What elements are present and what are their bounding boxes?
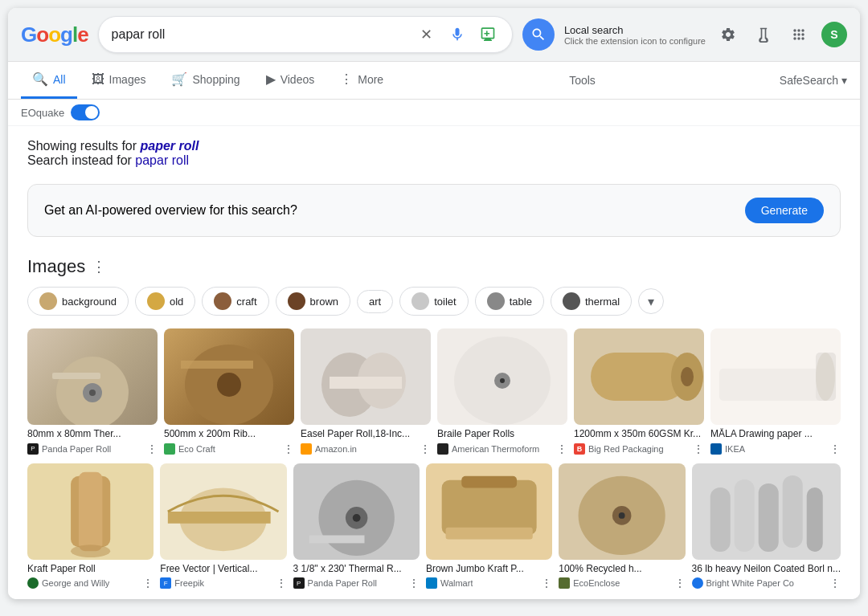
- lens-search-button[interactable]: [477, 23, 499, 46]
- image-source-11: EcoEnclose ⋮: [559, 577, 685, 589]
- source-more-2[interactable]: ⋮: [283, 443, 294, 455]
- image-thumb-5: [574, 328, 704, 425]
- source-logo-2: [164, 443, 175, 455]
- chip-toilet[interactable]: toilet: [399, 287, 468, 316]
- svg-rect-28: [442, 479, 537, 535]
- image-thumb-10: [426, 463, 552, 560]
- image-item-12[interactable]: 36 lb heavy Neilon Coated Borl n... Brig…: [692, 463, 841, 590]
- svg-point-5: [217, 373, 241, 397]
- ai-overview-text: Get an AI-powered overview for this sear…: [44, 203, 297, 218]
- source-logo-12: [692, 577, 703, 589]
- apps-icon[interactable]: [786, 22, 812, 47]
- image-item-2[interactable]: 500mm x 200m Rib... Eco Craft ⋮: [164, 328, 294, 455]
- eoquake-bar: EOquake: [8, 100, 860, 126]
- chip-brown[interactable]: brown: [276, 287, 350, 316]
- images-section: Images ⋮ background old craft: [8, 247, 860, 599]
- chip-label-table: table: [510, 296, 532, 308]
- image-source-5: B Big Red Packaging ⋮: [574, 443, 704, 455]
- source-more-7[interactable]: ⋮: [142, 577, 154, 589]
- chip-label-art: art: [369, 296, 381, 308]
- svg-point-12: [500, 378, 505, 383]
- image-item-8[interactable]: Free Vector | Vertical... F Freepik ⋮: [160, 463, 286, 590]
- source-more-10[interactable]: ⋮: [541, 577, 552, 589]
- browser-window: Google ✕ Local search: [8, 8, 860, 599]
- images-more-options-icon[interactable]: ⋮: [92, 258, 106, 275]
- image-source-2: Eco Craft ⋮: [164, 443, 294, 455]
- image-item-6[interactable]: MÅLA Drawing paper ... IKEA ⋮: [710, 328, 841, 455]
- chip-art[interactable]: art: [357, 290, 393, 313]
- chevron-down-icon: ▾: [648, 294, 654, 309]
- flask-icon[interactable]: [751, 22, 776, 47]
- image-source-12: Bright White Paper Co ⋮: [692, 577, 841, 589]
- svg-rect-3: [52, 373, 100, 379]
- tab-shopping[interactable]: 🛒 Shopping: [160, 62, 251, 99]
- source-name-3: Amazon.in: [315, 444, 357, 454]
- chip-old[interactable]: old: [135, 287, 195, 316]
- image-source-9: P Panda Paper Roll ⋮: [293, 577, 420, 589]
- source-name-1: Panda Paper Roll: [42, 444, 111, 454]
- voice-search-button[interactable]: [446, 23, 469, 46]
- source-more-9[interactable]: ⋮: [408, 577, 420, 589]
- image-item-10[interactable]: Brown Jumbo Kraft P... Walmart ⋮: [426, 463, 552, 590]
- chip-thermal[interactable]: thermal: [551, 287, 632, 316]
- image-item-7[interactable]: Kraft Paper Roll George and Willy ⋮: [27, 463, 154, 590]
- search-bar: ✕: [98, 16, 513, 53]
- image-title-8: Free Vector | Vertical...: [160, 563, 286, 576]
- safesearch-button[interactable]: SafeSearch ▾: [780, 74, 847, 87]
- source-logo-5: B: [574, 443, 585, 455]
- image-item-1[interactable]: 80mm x 80mm Ther... P Panda Paper Roll ⋮: [27, 328, 158, 455]
- image-thumb-8: [160, 463, 286, 560]
- chip-table[interactable]: table: [475, 287, 544, 316]
- source-name-10: Walmart: [440, 578, 473, 588]
- settings-icon[interactable]: [715, 22, 741, 47]
- image-source-3: Amazon.in ⋮: [301, 443, 431, 455]
- image-item-3[interactable]: Easel Paper Roll,18-Inc... Amazon.in ⋮: [301, 328, 431, 455]
- image-thumb-4: [437, 328, 567, 425]
- image-grid-row1: 80mm x 80mm Ther... P Panda Paper Roll ⋮: [27, 328, 841, 455]
- tools-button[interactable]: Tools: [558, 64, 607, 96]
- search-input[interactable]: [112, 27, 416, 42]
- image-item-4[interactable]: Braile Paper Rolls American Thermoform ⋮: [437, 328, 567, 455]
- source-more-5[interactable]: ⋮: [693, 443, 704, 455]
- svg-rect-27: [309, 535, 364, 543]
- eoquake-toggle[interactable]: [71, 104, 100, 120]
- image-item-9[interactable]: 3 1/8" x 230' Thermal R... P Panda Paper…: [293, 463, 420, 590]
- chip-label-brown: brown: [310, 296, 338, 308]
- original-query-link[interactable]: papar roll: [135, 153, 189, 167]
- source-more-4[interactable]: ⋮: [556, 443, 567, 455]
- local-search-title: Local search: [564, 24, 624, 36]
- source-more-12[interactable]: ⋮: [829, 577, 841, 589]
- source-more-3[interactable]: ⋮: [420, 443, 431, 455]
- corrected-query-link[interactable]: paper roll: [141, 139, 199, 153]
- expand-chips-button[interactable]: ▾: [638, 288, 664, 314]
- source-name-8: Freepik: [174, 578, 204, 588]
- source-name-12: Bright White Paper Co: [706, 578, 794, 588]
- source-more-1[interactable]: ⋮: [146, 443, 158, 455]
- image-thumb-2: [164, 328, 294, 425]
- tab-videos[interactable]: ▶ Videos: [255, 62, 326, 99]
- search-submit-button[interactable]: [522, 18, 555, 51]
- image-thumb-7: [27, 463, 154, 560]
- image-title-6: MÅLA Drawing paper ...: [710, 428, 841, 441]
- source-logo-11: [559, 577, 570, 589]
- source-more-8[interactable]: ⋮: [276, 577, 287, 589]
- chip-label-toilet: toilet: [434, 296, 456, 308]
- chip-craft[interactable]: craft: [202, 287, 268, 316]
- svg-rect-6: [181, 361, 253, 369]
- image-item-5[interactable]: 1200mm x 350m 60GSM Kr... B Big Red Pack…: [574, 328, 704, 455]
- image-item-11[interactable]: 100% Recycled h... EcoEnclose ⋮: [559, 463, 685, 590]
- svg-rect-20: [79, 471, 102, 550]
- tab-all[interactable]: 🔍 All: [21, 62, 77, 99]
- user-avatar[interactable]: S: [821, 22, 847, 47]
- tab-images[interactable]: 🖼 Images: [80, 63, 158, 99]
- clear-search-button[interactable]: ✕: [416, 23, 438, 46]
- tab-more[interactable]: ⋮ More: [329, 62, 395, 99]
- image-thumb-3: [301, 328, 431, 425]
- generate-button[interactable]: Generate: [745, 198, 824, 223]
- image-source-10: Walmart ⋮: [426, 577, 552, 589]
- source-more-6[interactable]: ⋮: [829, 443, 841, 455]
- chip-background[interactable]: background: [27, 287, 129, 316]
- toggle-knob: [85, 106, 98, 119]
- search-instead-text: Search instead for: [27, 153, 132, 167]
- source-more-11[interactable]: ⋮: [674, 577, 686, 589]
